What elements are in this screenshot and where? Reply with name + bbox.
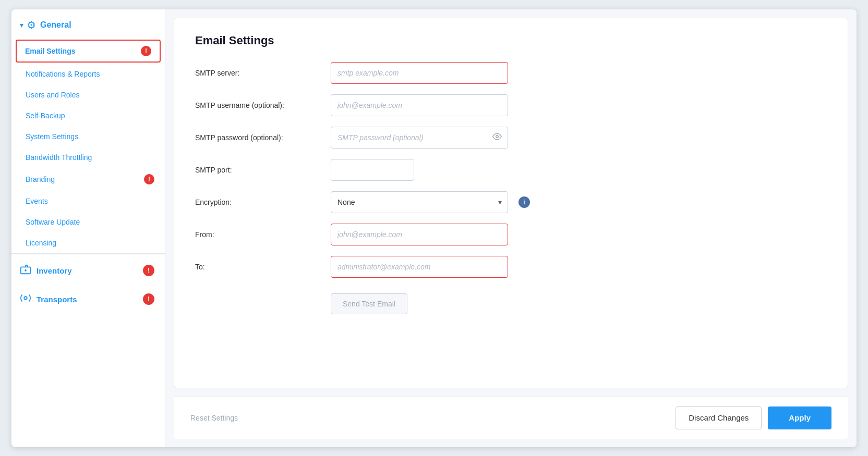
sidebar-item-transports[interactable]: Transports ! — [11, 285, 165, 314]
sidebar-item-label: Branding — [26, 175, 55, 183]
smtp-username-input[interactable] — [331, 94, 508, 116]
sidebar-item-inventory[interactable]: Inventory ! — [11, 256, 165, 285]
from-input[interactable] — [331, 224, 508, 245]
transports-icon — [20, 292, 31, 306]
sidebar-item-self-backup[interactable]: Self-Backup — [11, 105, 165, 126]
sidebar-item-notifications-reports[interactable]: Notifications & Reports — [11, 64, 165, 84]
footer-buttons: Discard Changes Apply — [676, 406, 831, 429]
main-content: Email Settings SMTP server: SMTP usernam… — [165, 9, 857, 447]
smtp-server-input[interactable] — [331, 62, 508, 84]
send-test-row: Send Test Email — [195, 288, 827, 314]
sidebar-item-label: Email Settings — [25, 47, 75, 55]
smtp-password-label: SMTP password (optional): — [195, 133, 331, 142]
svg-point-3 — [24, 297, 27, 300]
sidebar-item-label: System Settings — [26, 132, 78, 141]
password-toggle-icon[interactable] — [492, 132, 502, 143]
sidebar-item-label: Users and Roles — [26, 91, 80, 99]
smtp-port-input[interactable]: 25 — [331, 159, 414, 181]
sidebar-section-general[interactable]: ▾ ⚙ General — [11, 9, 165, 39]
smtp-password-row: SMTP password (optional): — [195, 127, 827, 149]
sidebar-section-title: General — [40, 20, 71, 30]
sidebar-item-licensing[interactable]: Licensing — [11, 232, 165, 253]
smtp-server-row: SMTP server: — [195, 62, 827, 84]
smtp-password-input[interactable] — [331, 127, 508, 149]
from-row: From: — [195, 224, 827, 245]
encryption-select[interactable]: None SSL/TLS STARTTLS — [331, 191, 508, 213]
encryption-select-wrap: None SSL/TLS STARTTLS ▾ — [331, 191, 508, 213]
reset-settings-button[interactable]: Reset Settings — [190, 414, 238, 422]
inventory-icon — [20, 264, 31, 278]
sidebar-item-system-settings[interactable]: System Settings — [11, 126, 165, 147]
svg-point-4 — [496, 135, 499, 138]
smtp-username-label: SMTP username (optional): — [195, 101, 331, 109]
sidebar-item-users-and-roles[interactable]: Users and Roles — [11, 84, 165, 105]
to-input[interactable] — [331, 256, 508, 278]
footer-bar: Reset Settings Discard Changes Apply — [174, 397, 848, 439]
encryption-row: Encryption: None SSL/TLS STARTTLS ▾ i — [195, 191, 827, 213]
sidebar-item-label: Licensing — [26, 239, 56, 247]
sidebar-item-branding[interactable]: Branding ! — [11, 168, 165, 191]
gear-icon: ⚙ — [27, 19, 36, 31]
sidebar-item-email-settings[interactable]: Email Settings ! — [16, 40, 161, 63]
encryption-label: Encryption: — [195, 198, 331, 206]
page-title: Email Settings — [195, 34, 827, 47]
error-badge-transports: ! — [143, 293, 154, 305]
smtp-username-row: SMTP username (optional): — [195, 94, 827, 116]
error-badge-email-settings: ! — [141, 46, 151, 56]
sidebar-item-label: Events — [26, 197, 48, 205]
sidebar-item-events[interactable]: Events — [11, 191, 165, 212]
sidebar: ▾ ⚙ General Email Settings ! Notificatio… — [11, 9, 165, 447]
discard-changes-button[interactable]: Discard Changes — [676, 406, 762, 429]
to-label: To: — [195, 263, 331, 271]
send-test-email-button[interactable]: Send Test Email — [331, 293, 407, 314]
smtp-port-row: SMTP port: 25 — [195, 159, 827, 181]
from-label: From: — [195, 230, 331, 239]
smtp-port-label: SMTP port: — [195, 166, 331, 174]
sidebar-item-label: Software Update — [26, 218, 80, 226]
to-row: To: — [195, 256, 827, 278]
sidebar-item-bandwidth-throttling[interactable]: Bandwidth Throttling — [11, 147, 165, 168]
encryption-info-icon[interactable]: i — [519, 196, 530, 208]
error-badge-inventory: ! — [143, 265, 154, 276]
sidebar-item-software-update[interactable]: Software Update — [11, 212, 165, 232]
apply-button[interactable]: Apply — [768, 406, 831, 429]
sidebar-item-label: Notifications & Reports — [26, 70, 100, 78]
sidebar-item-label: Bandwidth Throttling — [26, 153, 92, 162]
sidebar-item-label: Self-Backup — [26, 112, 65, 120]
smtp-password-wrap — [331, 127, 508, 149]
error-badge-branding: ! — [144, 174, 154, 184]
content-area: Email Settings SMTP server: SMTP usernam… — [174, 18, 848, 388]
transports-label: Transports — [37, 295, 77, 304]
chevron-icon: ▾ — [20, 21, 23, 29]
smtp-server-label: SMTP server: — [195, 69, 331, 77]
inventory-label: Inventory — [37, 266, 72, 275]
